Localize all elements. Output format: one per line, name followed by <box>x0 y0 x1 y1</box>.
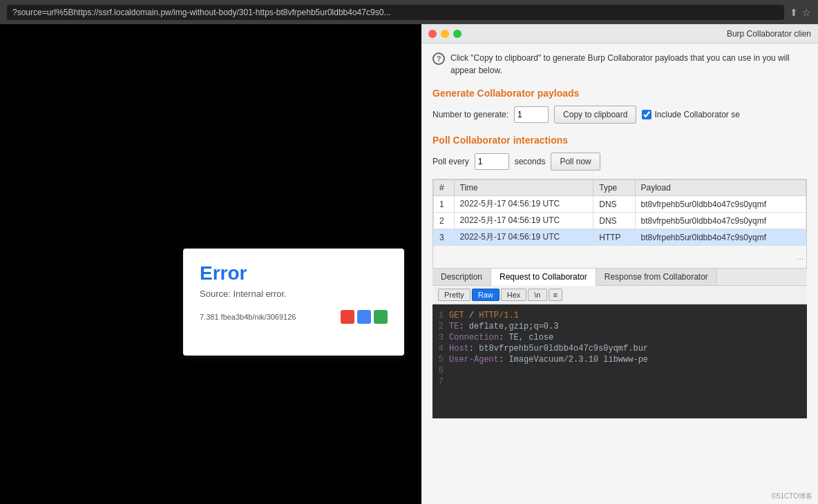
bookmark-icon[interactable]: ☆ <box>802 7 811 18</box>
col-payload: Payload <box>635 180 806 196</box>
error-title: Error <box>200 262 388 284</box>
info-row: ? Click "Copy to clipboard" to generate … <box>432 52 807 77</box>
info-text: Click "Copy to clipboard" to generate Bu… <box>450 52 807 77</box>
interactions-table-container: # Time Type Payload 1 2022-5月-17 04:56:1… <box>432 179 807 269</box>
line-content-3: Connection: TE, close <box>449 333 553 342</box>
line-content-4: Host: bt8vfrpehb5ur0ldbb4o47c9s0yqmf.bur <box>449 344 648 353</box>
number-label: Number to generate: <box>432 110 508 119</box>
col-time: Time <box>454 180 593 196</box>
cell-type: DNS <box>593 196 635 213</box>
include-checkbox[interactable] <box>642 110 651 119</box>
generate-row: Number to generate: Copy to clipboard In… <box>432 106 807 124</box>
cell-time: 2022-5月-17 04:56:19 UTC <box>454 229 593 246</box>
code-line-6: 6 <box>432 365 807 376</box>
cell-payload: bt8vfrpehb5ur0ldbb4o47c9s0yqmf <box>635 196 806 213</box>
code-line-1: 1 GET / HTTP/1.1 <box>432 310 807 321</box>
code-block: 1 GET / HTTP/1.1 2 TE: deflate,gzip;q=0.… <box>432 304 807 418</box>
cell-num: 2 <box>434 213 455 229</box>
cell-time: 2022-5月-17 04:56:19 UTC <box>454 196 593 213</box>
info-icon: ? <box>432 52 445 65</box>
generate-heading: Generate Collaborator payloads <box>432 88 807 99</box>
cell-num: 1 <box>434 196 455 213</box>
table-row[interactable]: 1 2022-5月-17 04:56:19 UTC DNS bt8vfrpehb… <box>434 196 806 213</box>
tl-red[interactable] <box>428 30 437 38</box>
line-num-4: 4 <box>432 344 449 353</box>
table-row[interactable]: 2 2022-5月-17 04:56:19 UTC DNS bt8vfrpehb… <box>434 213 806 229</box>
cell-type: DNS <box>593 213 635 229</box>
dot-blue <box>357 310 371 324</box>
tl-green[interactable] <box>453 30 462 38</box>
menu-button[interactable]: ≡ <box>549 289 562 301</box>
col-num: # <box>434 180 455 196</box>
line-content-5: User-Agent: ImageVacuum/2.3.10 libwww-pe <box>449 355 648 365</box>
cell-time: 2022-5月-17 04:56:19 UTC <box>454 213 593 229</box>
share-icon[interactable]: ⬆ <box>790 7 798 18</box>
browser-chrome: ?source=url%5Bhttps://ssrf.localdomain.p… <box>0 0 818 24</box>
error-subtitle: Source: Internal error. <box>200 289 388 299</box>
tab-bar: Description Request to Collaborator Resp… <box>432 269 807 286</box>
tl-yellow[interactable] <box>441 30 449 38</box>
line-num-1: 1 <box>432 311 449 320</box>
cell-payload: bt8vfrpehb5ur0ldbb4o47c9s0yqmf <box>635 213 806 229</box>
burp-title: Burp Collaborator clien <box>727 29 811 39</box>
cell-num: 3 <box>434 229 455 246</box>
line-content-1: GET / HTTP/1.1 <box>449 311 519 320</box>
line-num-2: 2 <box>432 322 449 331</box>
dot-red <box>341 310 354 324</box>
table-dots: ... <box>433 251 806 262</box>
poll-row: Poll every seconds Poll now <box>432 153 807 171</box>
error-footer-text: 7.381 fbea3b4b/nik/3069126 <box>200 313 296 321</box>
include-checkbox-row: Include Collaborator se <box>642 110 739 119</box>
copy-to-clipboard-button[interactable]: Copy to clipboard <box>554 106 636 124</box>
number-input[interactable] <box>514 106 549 123</box>
include-label: Include Collaborator se <box>654 110 739 119</box>
error-card: Error Source: Internal error. 7.381 fbea… <box>183 249 404 356</box>
poll-input[interactable] <box>475 153 509 170</box>
tab-request[interactable]: Request to Collaborator <box>491 269 596 286</box>
hex-button[interactable]: Hex <box>501 289 527 301</box>
poll-label: Poll every <box>432 157 469 166</box>
line-num-7: 7 <box>432 377 449 387</box>
newline-button[interactable]: \n <box>528 289 546 301</box>
col-type: Type <box>593 180 635 196</box>
code-toolbar: Pretty Raw Hex \n ≡ <box>432 286 807 304</box>
error-dots <box>341 310 388 324</box>
burp-titlebar: Burp Collaborator clien <box>421 24 818 43</box>
code-line-5: 5 User-Agent: ImageVacuum/2.3.10 libwww-… <box>432 354 807 365</box>
tab-response[interactable]: Response from Collaborator <box>596 269 717 285</box>
browser-icons: ⬆ ☆ <box>790 7 811 18</box>
line-num-3: 3 <box>432 333 449 342</box>
poll-heading: Poll Collaborator interactions <box>432 135 807 146</box>
burp-content: ? Click "Copy to clipboard" to generate … <box>421 43 818 504</box>
url-bar[interactable]: ?source=url%5Bhttps://ssrf.localdomain.p… <box>7 5 784 20</box>
browser-page: Error Source: Internal error. 7.381 fbea… <box>0 24 421 504</box>
burp-panel: Burp Collaborator clien ? Click "Copy to… <box>421 24 818 504</box>
dot-green <box>374 310 388 324</box>
line-content-2: TE: deflate,gzip;q=0.3 <box>449 322 558 331</box>
code-line-2: 2 TE: deflate,gzip;q=0.3 <box>432 321 807 332</box>
poll-now-button[interactable]: Poll now <box>551 153 600 171</box>
pretty-button[interactable]: Pretty <box>438 289 470 301</box>
watermark: ©51CTO博客 <box>772 492 812 501</box>
tab-description[interactable]: Description <box>432 269 491 285</box>
code-line-4: 4 Host: bt8vfrpehb5ur0ldbb4o47c9s0yqmf.b… <box>432 343 807 354</box>
line-num-6: 6 <box>432 366 449 376</box>
raw-button[interactable]: Raw <box>472 289 500 301</box>
code-line-3: 3 Connection: TE, close <box>432 332 807 343</box>
interactions-table: # Time Type Payload 1 2022-5月-17 04:56:1… <box>433 180 806 246</box>
line-num-5: 5 <box>432 355 449 365</box>
cell-payload: bt8vfrpehb5ur0ldbb4o47c9s0yqmf <box>635 229 806 246</box>
url-text: ?source=url%5Bhttps://ssrf.localdomain.p… <box>12 8 390 17</box>
cell-type: HTTP <box>593 229 635 246</box>
code-line-7: 7 <box>432 376 807 387</box>
table-row[interactable]: 3 2022-5月-17 04:56:19 UTC HTTP bt8vfrpeh… <box>434 229 806 246</box>
error-footer: 7.381 fbea3b4b/nik/3069126 <box>200 310 388 324</box>
seconds-label: seconds <box>515 157 546 166</box>
